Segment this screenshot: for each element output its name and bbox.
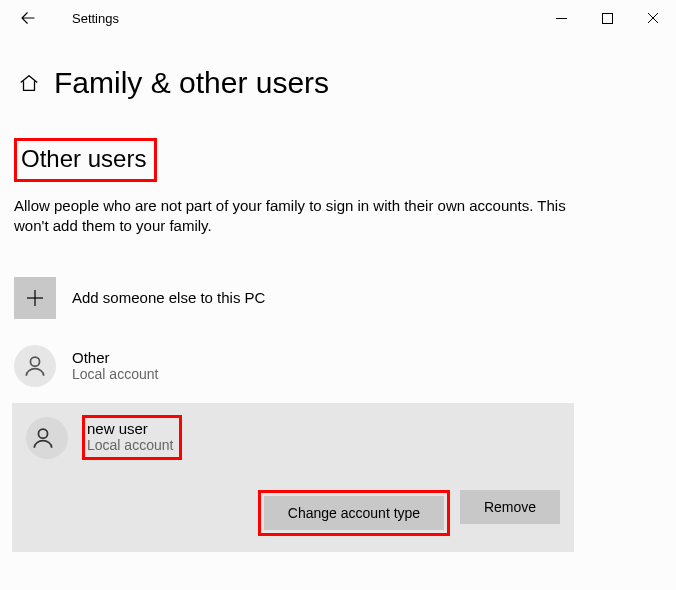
user-highlight: new user Local account — [82, 415, 182, 460]
user-name: new user — [87, 420, 173, 437]
user-row[interactable]: Other Local account — [14, 341, 662, 391]
person-icon — [22, 353, 48, 379]
user-info: Other Local account — [72, 349, 158, 382]
svg-rect-1 — [602, 13, 612, 23]
action-row: Change account type Remove — [26, 490, 560, 536]
home-icon[interactable] — [18, 72, 40, 94]
minimize-icon — [556, 13, 567, 24]
selected-user-block: new user Local account Change account ty… — [12, 403, 574, 552]
maximize-button[interactable] — [584, 2, 630, 34]
close-button[interactable] — [630, 2, 676, 34]
change-button-highlight: Change account type — [258, 490, 450, 536]
svg-point-7 — [38, 429, 47, 438]
add-user-button[interactable]: Add someone else to this PC — [14, 277, 662, 319]
page-title: Family & other users — [54, 66, 329, 100]
add-user-label: Add someone else to this PC — [72, 289, 265, 306]
avatar — [14, 345, 56, 387]
section-title: Other users — [21, 145, 146, 173]
close-icon — [647, 12, 659, 24]
person-icon — [30, 425, 56, 451]
app-title: Settings — [72, 11, 119, 26]
user-subtext: Local account — [72, 366, 158, 382]
titlebar: Settings — [0, 0, 676, 36]
user-subtext: Local account — [87, 437, 173, 453]
window-controls — [538, 2, 676, 34]
avatar — [26, 417, 68, 459]
change-account-type-button[interactable]: Change account type — [264, 496, 444, 530]
minimize-button[interactable] — [538, 2, 584, 34]
plus-icon — [25, 288, 45, 308]
arrow-left-icon — [19, 9, 37, 27]
page-header: Family & other users — [0, 36, 676, 110]
svg-point-6 — [30, 357, 39, 366]
content: Other users Allow people who are not par… — [0, 110, 676, 552]
back-button[interactable] — [12, 2, 44, 34]
plus-tile — [14, 277, 56, 319]
section-title-highlight: Other users — [14, 138, 157, 182]
section-description: Allow people who are not part of your fa… — [14, 196, 574, 237]
maximize-icon — [602, 13, 613, 24]
remove-button[interactable]: Remove — [460, 490, 560, 524]
user-row[interactable]: new user Local account — [26, 413, 560, 464]
user-name: Other — [72, 349, 158, 366]
